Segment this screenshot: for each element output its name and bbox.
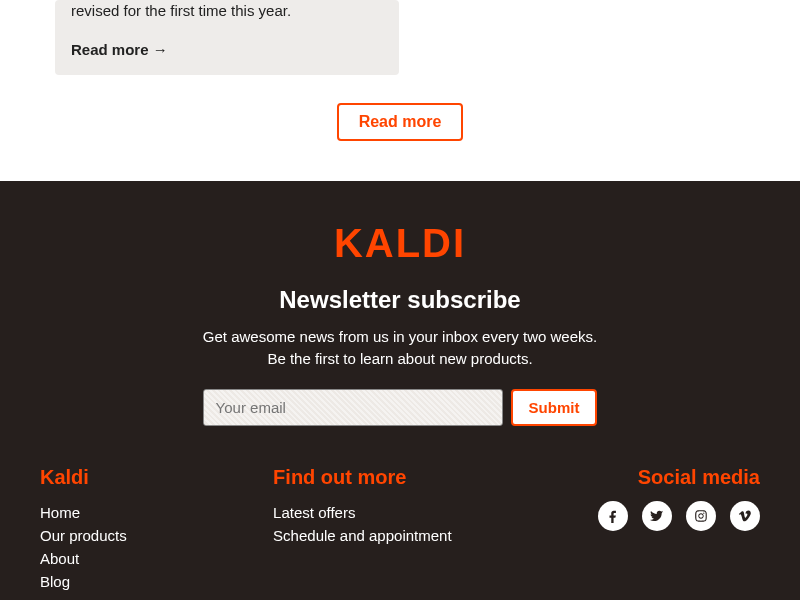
nav-contact[interactable]: Contact <box>40 593 127 601</box>
nav-offers[interactable]: Latest offers <box>273 501 451 524</box>
footer-col-kaldi: Kaldi Home Our products About Blog Conta… <box>40 466 127 601</box>
footer: KALDI Newsletter subscribe Get awesome n… <box>0 181 800 601</box>
read-more-link[interactable]: Read more → <box>71 41 168 58</box>
social-title: Social media <box>598 466 760 489</box>
footer-col-title: Kaldi <box>40 466 127 489</box>
newsletter: Newsletter subscribe Get awesome news fr… <box>200 286 600 426</box>
footer-col-title: Find out more <box>273 466 451 489</box>
email-input[interactable] <box>203 389 503 426</box>
nav-blog[interactable]: Blog <box>40 570 127 593</box>
read-more-button[interactable]: Read more <box>337 103 464 141</box>
footer-col-list: Home Our products About Blog Contact <box>40 501 127 601</box>
nav-home[interactable]: Home <box>40 501 127 524</box>
newsletter-description: Get awesome news from us in your inbox e… <box>200 326 600 371</box>
twitter-icon[interactable] <box>642 501 672 531</box>
article-card: revised for the first time this year. Re… <box>55 0 399 75</box>
social-icons <box>598 501 760 531</box>
nav-schedule[interactable]: Schedule and appointment <box>273 524 451 547</box>
nav-about[interactable]: About <box>40 547 127 570</box>
nav-products[interactable]: Our products <box>40 524 127 547</box>
article-section: revised for the first time this year. Re… <box>0 0 800 181</box>
read-more-button-wrap: Read more <box>40 103 760 141</box>
footer-col-findout: Find out more Latest offers Schedule and… <box>273 466 451 601</box>
newsletter-title: Newsletter subscribe <box>200 286 600 314</box>
vimeo-icon[interactable] <box>730 501 760 531</box>
footer-columns: Kaldi Home Our products About Blog Conta… <box>40 466 760 601</box>
brand-logo: KALDI <box>40 221 760 266</box>
article-excerpt: revised for the first time this year. <box>71 0 383 23</box>
footer-col-list: Latest offers Schedule and appointment <box>273 501 451 547</box>
facebook-icon[interactable] <box>598 501 628 531</box>
instagram-icon[interactable] <box>686 501 716 531</box>
newsletter-form: Submit <box>200 389 600 426</box>
submit-button[interactable]: Submit <box>511 389 598 426</box>
footer-col-social: Social media <box>598 466 760 601</box>
